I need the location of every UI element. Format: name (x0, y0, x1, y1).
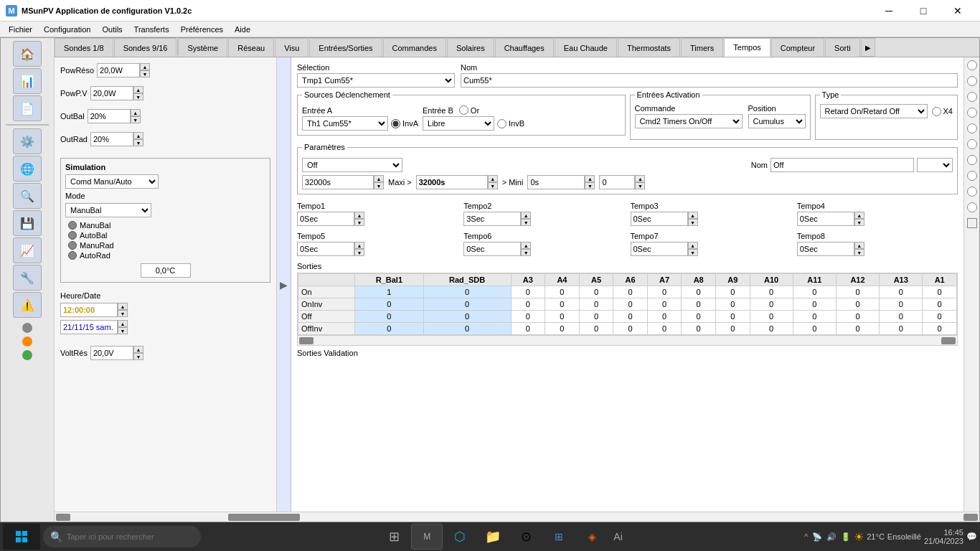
taskbar-search-input[interactable] (67, 532, 182, 541)
tempo4-down[interactable]: ▼ (854, 219, 864, 226)
right-radio-2[interactable] (967, 76, 977, 86)
sidebar-icon-chart[interactable]: 📊 (13, 68, 42, 94)
mode-manurad[interactable]: ManuRad (65, 240, 265, 250)
temp-input[interactable] (141, 263, 191, 278)
sidebar-icon-file[interactable]: 📄 (13, 95, 42, 121)
tab-nav-right[interactable]: ▶ (861, 38, 875, 57)
nom-extra-select[interactable] (917, 158, 953, 172)
tempo2-down[interactable]: ▼ (521, 219, 531, 226)
params-value-input[interactable] (302, 175, 374, 189)
position-select[interactable]: Cumulus (748, 114, 806, 128)
tab-systeme[interactable]: Système (178, 38, 227, 57)
tempo3-input[interactable] (631, 212, 688, 226)
taskbar-app-explorer[interactable]: 📁 (477, 524, 509, 550)
tab-reseau[interactable]: Réseau (228, 38, 274, 57)
tab-commandes[interactable]: Commandes (383, 38, 446, 57)
entree-a-select[interactable]: Th1 Cum55* (302, 116, 388, 131)
outbal-spin-up[interactable]: ▲ (131, 109, 141, 116)
menu-configuration[interactable]: Configuration (38, 22, 96, 37)
outbal-spin-down[interactable]: ▼ (131, 116, 141, 123)
mini-input[interactable] (527, 175, 585, 189)
tempo2-input[interactable] (463, 212, 521, 226)
right-radio-10[interactable] (967, 202, 977, 212)
tempo7-down[interactable]: ▼ (688, 249, 698, 256)
nom-params-input[interactable] (771, 158, 914, 172)
sidebar-icon-search[interactable]: 🔍 (13, 183, 42, 209)
or-radio[interactable] (459, 105, 468, 115)
tempo8-input[interactable] (797, 242, 854, 256)
tempo1-input[interactable] (297, 212, 354, 226)
tempo6-input[interactable] (463, 242, 521, 256)
taskbar-task-view[interactable]: ⊞ (378, 524, 410, 550)
menu-transferts[interactable]: Transferts (128, 22, 175, 37)
right-radio-4[interactable] (967, 108, 977, 118)
type-select[interactable]: Retard On/Retard Off (820, 104, 928, 118)
right-radio-9[interactable] (967, 187, 977, 197)
selection-select[interactable]: Tmp1 Cum55* (297, 73, 455, 88)
notification-button[interactable]: 💬 (966, 532, 977, 542)
voltres-spin-up[interactable]: ▲ (133, 346, 143, 353)
tempo7-up[interactable]: ▲ (688, 242, 698, 249)
tab-sondes-9-16[interactable]: Sondes 9/16 (114, 38, 177, 57)
right-radio-6[interactable] (967, 139, 977, 149)
powpv-spin-up[interactable]: ▲ (133, 86, 143, 93)
tempo5-up[interactable]: ▲ (354, 242, 364, 249)
powreso-spin-down[interactable]: ▼ (140, 70, 150, 77)
menu-fichier[interactable]: Fichier (3, 22, 38, 37)
commande-select[interactable]: Cmd2 Timers On/Off (635, 114, 743, 128)
outbal-input[interactable] (88, 109, 131, 123)
outrad-spin-up[interactable]: ▲ (133, 132, 143, 139)
bottom-scrollbar[interactable] (55, 512, 979, 522)
zero-input[interactable] (599, 175, 635, 189)
taskbar-search-box[interactable]: 🔍 (43, 526, 201, 547)
date-spin-up[interactable]: ▲ (118, 320, 128, 327)
tempo3-down[interactable]: ▼ (688, 219, 698, 226)
maxi-spin-up[interactable]: ▲ (488, 175, 498, 182)
sidebar-icon-warning[interactable]: ⚠️ (13, 292, 42, 318)
maxi-input[interactable] (416, 175, 488, 189)
menu-preferences[interactable]: Préférences (175, 22, 229, 37)
zero-spin-up[interactable]: ▲ (635, 175, 645, 182)
powpv-input[interactable] (90, 86, 133, 100)
powreso-input[interactable] (97, 63, 140, 77)
invb-label[interactable]: InvB (497, 119, 524, 128)
voltres-spin-down[interactable]: ▼ (133, 353, 143, 360)
mode-autobal[interactable]: AutoBal (65, 230, 265, 240)
taskbar-app-unknown1[interactable]: ⊞ (543, 524, 575, 550)
taskbar-app-chrome[interactable]: ⊙ (510, 524, 542, 550)
entree-b-select[interactable]: Libre (423, 116, 494, 131)
tempo8-down[interactable]: ▼ (854, 249, 864, 256)
mode-manubal[interactable]: ManuBal (65, 220, 265, 230)
sidebar-icon-home[interactable]: 🏠 (13, 41, 42, 67)
nom-input[interactable] (461, 73, 958, 88)
panel-toggle-btn[interactable]: ▶ (277, 57, 291, 512)
tab-tempos[interactable]: Tempos (724, 38, 771, 57)
tempo1-up[interactable]: ▲ (354, 212, 364, 219)
tab-timers[interactable]: Timers (681, 38, 723, 57)
minimize-button[interactable]: ─ (872, 0, 905, 22)
tab-compteur[interactable]: Compteur (771, 38, 824, 57)
zero-spin-down[interactable]: ▼ (635, 182, 645, 189)
time-spin-down[interactable]: ▼ (118, 310, 128, 317)
time-spin-up[interactable]: ▲ (118, 303, 128, 310)
right-scroll-up[interactable] (967, 218, 977, 228)
tempo1-down[interactable]: ▼ (354, 219, 364, 226)
mode-autorad[interactable]: AutoRad (65, 250, 265, 260)
sidebar-icon-transfer[interactable]: 💾 (13, 210, 42, 236)
tempo8-up[interactable]: ▲ (854, 242, 864, 249)
comd-select[interactable]: Comd Manu/Auto (65, 174, 159, 189)
params-spin-up[interactable]: ▲ (374, 175, 384, 182)
invb-radio[interactable] (497, 119, 507, 128)
x4-label[interactable]: X4 (932, 107, 953, 116)
date-input[interactable] (60, 320, 118, 334)
menu-outils[interactable]: Outils (96, 22, 128, 37)
inva-radio[interactable] (391, 119, 400, 128)
right-radio-5[interactable] (967, 123, 977, 133)
right-radio-3[interactable] (967, 92, 977, 102)
time-input[interactable] (60, 303, 118, 317)
maxi-spin-down[interactable]: ▼ (488, 182, 498, 189)
tab-entrees-sorties[interactable]: Entrées/Sorties (309, 38, 382, 57)
params-off-select[interactable]: Off (302, 158, 402, 172)
tab-eau-chaude[interactable]: Eau Chaude (555, 38, 617, 57)
tempo6-down[interactable]: ▼ (521, 249, 531, 256)
